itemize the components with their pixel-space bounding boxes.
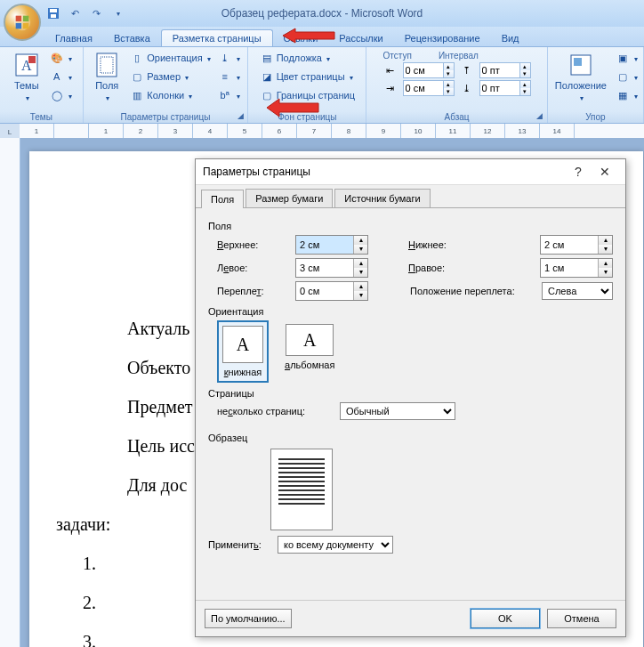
themes-icon: A bbox=[12, 51, 41, 79]
bring-front-button[interactable]: ▣ bbox=[614, 49, 640, 67]
apply-select[interactable]: ко всему документу bbox=[278, 536, 393, 554]
svg-rect-10 bbox=[28, 56, 36, 63]
indent-label: Отступ bbox=[383, 51, 412, 61]
top-margin-input[interactable] bbox=[296, 236, 353, 254]
portrait-icon: A bbox=[222, 326, 263, 363]
multipage-select[interactable]: Обычный bbox=[340, 402, 455, 420]
right-margin-input[interactable] bbox=[541, 259, 598, 277]
space-after-spin[interactable]: ▴▾ bbox=[479, 80, 531, 96]
left-margin-spin[interactable]: ▴▾ bbox=[295, 258, 368, 278]
multipage-label: несколько страниц: bbox=[217, 406, 333, 417]
indent-left-spin[interactable]: ▴▾ bbox=[403, 62, 455, 78]
svg-rect-1 bbox=[16, 16, 21, 21]
indent-left-input[interactable] bbox=[404, 65, 443, 76]
undo-icon[interactable]: ↶ bbox=[66, 4, 84, 22]
wrap-text-button[interactable]: ▦ bbox=[614, 86, 640, 104]
landscape-button[interactable]: A альбомная bbox=[281, 320, 338, 383]
cancel-button[interactable]: Отмена bbox=[547, 609, 616, 628]
gutter-pos-select[interactable]: Слева bbox=[542, 282, 613, 300]
landscape-label: альбомная bbox=[285, 360, 334, 370]
group-page-bg-label: Фон страницы bbox=[248, 112, 366, 122]
qat-dropdown[interactable] bbox=[109, 4, 126, 22]
sample-preview bbox=[270, 449, 333, 530]
portrait-label: книжная bbox=[224, 367, 262, 377]
tab-references[interactable]: Ссылки bbox=[273, 30, 329, 46]
dialog-tab-paper[interactable]: Размер бумаги bbox=[246, 189, 333, 207]
dialog-tab-margins[interactable]: Поля bbox=[201, 190, 244, 208]
bottom-margin-spin[interactable]: ▴▾ bbox=[540, 235, 613, 255]
space-before-input[interactable] bbox=[480, 65, 519, 76]
send-back-button[interactable]: ▢ bbox=[614, 68, 640, 85]
page-color-button[interactable]: ◪Цвет страницы bbox=[258, 68, 357, 85]
left-margin-input[interactable] bbox=[296, 259, 353, 277]
tab-layout[interactable]: Разметка страницы bbox=[161, 29, 273, 46]
ok-button[interactable]: OK bbox=[471, 609, 540, 628]
margins-label: Поля bbox=[95, 80, 118, 91]
line-numbers-button[interactable]: ≡ bbox=[216, 68, 242, 85]
bottom-margin-label: Нижнее: bbox=[408, 239, 533, 250]
landscape-icon: A bbox=[286, 324, 334, 356]
columns-button[interactable]: ▥Колонки bbox=[128, 86, 212, 104]
gutter-input[interactable] bbox=[296, 282, 353, 300]
top-margin-label: Верхнее: bbox=[217, 239, 288, 250]
window-title: Образец реферата.docx - Microsoft Word bbox=[221, 7, 423, 20]
hyphenation-button[interactable]: bª bbox=[216, 86, 242, 104]
theme-colors-button[interactable]: 🎨 bbox=[48, 49, 74, 67]
tab-review[interactable]: Рецензирование bbox=[394, 30, 491, 46]
effects-icon: ◯ bbox=[50, 88, 64, 102]
group-page-setup-label: Параметры страницы bbox=[84, 112, 248, 122]
chevron-down-icon bbox=[104, 92, 109, 102]
theme-fonts-button[interactable]: A bbox=[48, 68, 74, 85]
tab-mailings[interactable]: Рассылки bbox=[328, 30, 393, 46]
hyphenation-icon: bª bbox=[218, 88, 232, 102]
fonts-icon: A bbox=[50, 69, 64, 84]
tab-view[interactable]: Вид bbox=[491, 30, 530, 46]
right-margin-spin[interactable]: ▴▾ bbox=[540, 258, 613, 278]
right-margin-label: Правое: bbox=[408, 263, 533, 273]
pages-section-label: Страницы bbox=[208, 388, 613, 399]
space-after-icon: ⤓ bbox=[460, 81, 474, 95]
page-setup-launcher[interactable]: ◢ bbox=[235, 110, 246, 121]
dialog-tab-source[interactable]: Источник бумаги bbox=[334, 189, 430, 207]
dialog-help-button[interactable]: ? bbox=[565, 165, 592, 179]
left-margin-label: Левое: bbox=[217, 263, 288, 273]
office-button[interactable] bbox=[4, 4, 41, 41]
indent-right-input[interactable] bbox=[404, 83, 443, 93]
position-icon bbox=[567, 51, 595, 79]
top-margin-spin[interactable]: ▴▾ bbox=[295, 235, 368, 255]
size-button[interactable]: ▢Размер bbox=[128, 68, 212, 85]
vertical-ruler[interactable] bbox=[0, 138, 20, 647]
save-icon[interactable] bbox=[44, 4, 62, 22]
svg-rect-3 bbox=[16, 23, 21, 28]
paragraph-launcher[interactable]: ◢ bbox=[535, 110, 545, 121]
breaks-button[interactable]: ⤓ bbox=[216, 49, 242, 67]
theme-effects-button[interactable]: ◯ bbox=[48, 86, 74, 104]
position-button[interactable]: Положение bbox=[551, 49, 610, 104]
svg-rect-7 bbox=[51, 14, 56, 18]
themes-label: Темы bbox=[14, 80, 39, 91]
gutter-spin[interactable]: ▴▾ bbox=[295, 281, 368, 301]
bottom-margin-input[interactable] bbox=[541, 236, 598, 254]
orientation-button[interactable]: ▯Ориентация bbox=[128, 49, 212, 67]
page-setup-dialog: Параметры страницы ? ✕ Поля Размер бумаг… bbox=[195, 158, 626, 637]
apply-label: Применить: bbox=[208, 539, 270, 550]
margins-button[interactable]: Поля bbox=[89, 49, 125, 104]
indent-right-icon: ⇥ bbox=[383, 81, 398, 95]
indent-right-spin[interactable]: ▴▾ bbox=[403, 80, 455, 96]
tab-home[interactable]: Главная bbox=[44, 30, 103, 46]
margins-section-label: Поля bbox=[208, 221, 613, 231]
portrait-button[interactable]: A книжная bbox=[217, 320, 269, 383]
gutter-pos-label: Положение переплета: bbox=[410, 286, 535, 296]
page-borders-button[interactable]: ▢Границы страниц bbox=[258, 86, 357, 104]
themes-button[interactable]: A Темы bbox=[9, 49, 44, 104]
default-button[interactable]: По умолчанию... bbox=[205, 609, 292, 628]
space-before-spin[interactable]: ▴▾ bbox=[479, 62, 531, 78]
group-paragraph-label: Абзац bbox=[366, 112, 547, 122]
space-after-input[interactable] bbox=[480, 83, 519, 93]
tab-insert[interactable]: Вставка bbox=[103, 30, 161, 46]
dialog-close-button[interactable]: ✕ bbox=[592, 165, 618, 179]
page-borders-icon: ▢ bbox=[260, 88, 274, 102]
watermark-button[interactable]: ▤Подложка bbox=[258, 49, 357, 67]
sample-section-label: Образец bbox=[208, 433, 613, 443]
redo-icon[interactable]: ↷ bbox=[87, 4, 105, 22]
